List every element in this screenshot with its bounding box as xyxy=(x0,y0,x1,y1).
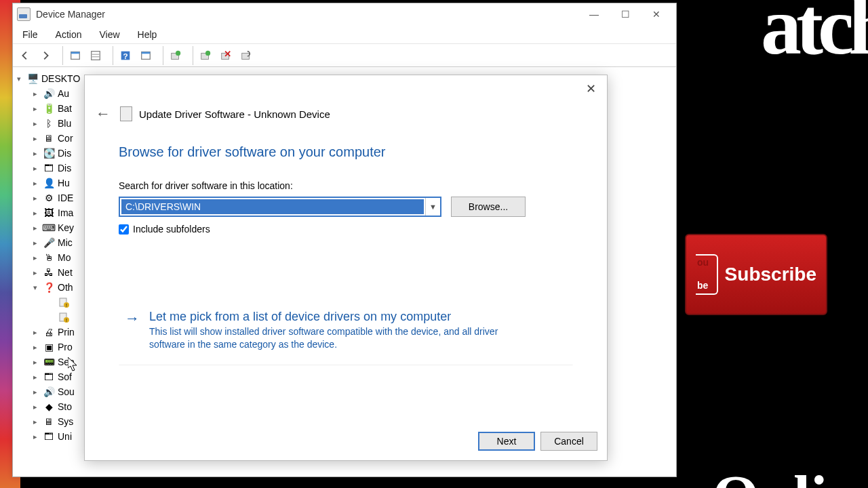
app-icon xyxy=(17,7,31,21)
path-combobox[interactable]: ▼ xyxy=(119,197,441,217)
include-subfolders-checkbox[interactable] xyxy=(119,224,129,235)
enable-icon[interactable] xyxy=(237,46,256,65)
properties-icon[interactable] xyxy=(86,46,105,65)
category-icon: 💽 xyxy=(43,148,55,159)
youtube-icon xyxy=(696,254,718,295)
background-text-bottom: Online xyxy=(712,462,868,488)
forward-icon[interactable] xyxy=(36,46,55,65)
browse-button[interactable]: Browse... xyxy=(451,197,526,217)
titlebar[interactable]: Device Manager — ☐ ✕ xyxy=(13,3,676,25)
category-icon: 🗔 xyxy=(43,371,55,382)
chevron-down-icon[interactable]: ▼ xyxy=(425,198,440,216)
pick-from-list-option[interactable]: → Let me pick from a list of device driv… xyxy=(119,302,573,365)
window-title: Device Manager xyxy=(36,9,105,20)
category-icon: 🎤 xyxy=(43,237,55,248)
category-icon: 🖥 xyxy=(43,133,55,144)
category-icon: 🖼 xyxy=(43,207,55,218)
update-driver-icon[interactable] xyxy=(166,46,185,65)
include-subfolders-row[interactable]: Include subfolders xyxy=(119,224,573,235)
pick-option-desc: This list will show installed driver sof… xyxy=(149,325,529,351)
category-icon: 🖱 xyxy=(43,252,55,263)
disable-icon[interactable] xyxy=(216,46,235,65)
category-icon: ◆ xyxy=(43,401,55,412)
category-icon: ᛒ xyxy=(43,118,55,129)
menu-action[interactable]: Action xyxy=(52,26,86,43)
update-driver-dialog: ✕ ← Update Driver Software - Unknown Dev… xyxy=(84,75,608,461)
category-icon: 🗔 xyxy=(43,431,55,442)
unknown-device-icon: ! xyxy=(58,297,70,308)
next-button[interactable]: Next xyxy=(478,432,535,451)
dialog-title: Update Driver Software - Unknown Device xyxy=(139,108,330,120)
arrow-right-icon: → xyxy=(125,310,141,351)
svg-point-12 xyxy=(205,50,210,55)
category-icon: 🖧 xyxy=(43,267,55,278)
category-icon: 🔊 xyxy=(43,88,55,99)
category-icon: ⚙ xyxy=(43,192,55,203)
category-icon: ▣ xyxy=(43,342,55,352)
scan-icon[interactable] xyxy=(136,46,155,65)
background-text-top: atch xyxy=(761,0,868,73)
dialog-heading: Browse for driver software on your compu… xyxy=(119,144,573,160)
category-icon: 🖥 xyxy=(43,416,55,427)
toolbar: ? xyxy=(13,44,676,67)
menu-file[interactable]: File xyxy=(18,26,42,43)
svg-point-10 xyxy=(176,50,180,55)
path-input[interactable] xyxy=(121,199,424,214)
category-icon: 🔊 xyxy=(43,386,55,397)
svg-text:!: ! xyxy=(66,303,67,308)
menubar: File Action View Help xyxy=(13,25,676,44)
unknown-device-icon: ! xyxy=(58,312,70,323)
category-icon: ⌨ xyxy=(43,222,55,233)
category-icon: 🖨 xyxy=(43,327,55,338)
svg-rect-2 xyxy=(92,51,100,60)
show-hide-icon[interactable] xyxy=(66,46,85,65)
category-icon: 📟 xyxy=(43,357,55,367)
category-icon: 👤 xyxy=(43,178,55,188)
svg-text:?: ? xyxy=(123,51,127,60)
category-icon: ❓ xyxy=(43,282,55,293)
include-subfolders-label: Include subfolders xyxy=(133,224,210,235)
subscribe-label: Subscribe xyxy=(725,264,816,285)
dialog-back-button[interactable]: ← xyxy=(94,105,112,123)
menu-help[interactable]: Help xyxy=(134,26,161,43)
category-icon: 🔋 xyxy=(43,103,55,114)
menu-view[interactable]: View xyxy=(95,26,123,43)
category-icon: 🗔 xyxy=(43,163,55,174)
help-icon[interactable]: ? xyxy=(116,46,135,65)
subscribe-button[interactable]: Subscribe xyxy=(685,234,827,315)
svg-text:!: ! xyxy=(66,318,67,323)
uninstall-icon[interactable] xyxy=(196,46,215,65)
close-button[interactable]: ✕ xyxy=(641,4,672,24)
search-location-label: Search for driver software in this locat… xyxy=(119,180,573,191)
pick-option-title: Let me pick from a list of device driver… xyxy=(149,310,529,324)
device-icon xyxy=(120,106,132,121)
minimize-button[interactable]: — xyxy=(578,4,610,24)
back-icon[interactable] xyxy=(16,46,35,65)
cancel-button[interactable]: Cancel xyxy=(540,432,597,451)
maximize-button[interactable]: ☐ xyxy=(610,4,641,24)
svg-rect-8 xyxy=(142,52,151,54)
computer-icon: 🖥️ xyxy=(26,73,39,84)
svg-rect-1 xyxy=(71,52,80,54)
dialog-close-button[interactable]: ✕ xyxy=(580,79,601,98)
